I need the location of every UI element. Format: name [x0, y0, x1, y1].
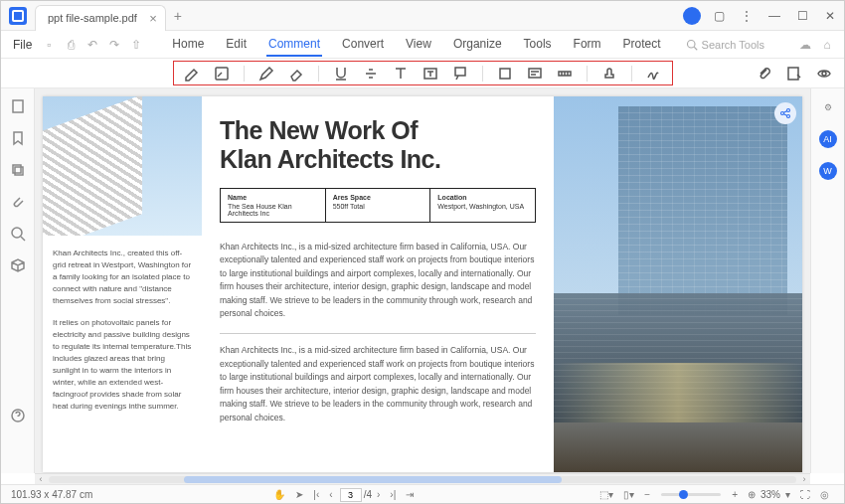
settings-icon[interactable]: ⚙: [819, 98, 837, 116]
pencil-icon[interactable]: [258, 66, 274, 82]
eraser-icon[interactable]: [288, 66, 304, 82]
area-highlight-icon[interactable]: [214, 66, 230, 82]
page-total: /4: [364, 489, 372, 500]
underline-icon[interactable]: [333, 66, 349, 82]
page-left-column: Khan Architects Inc., created this off-g…: [43, 96, 202, 472]
hide-annotations-icon[interactable]: [816, 66, 832, 82]
menu-protect[interactable]: Protect: [621, 33, 663, 57]
main-area: Khan Architects Inc., created this off-g…: [1, 88, 844, 473]
zoom-percent: 33%: [760, 489, 780, 500]
document-title: The New Work Of Klan Architects Inc.: [220, 116, 536, 174]
left-paragraph-1: Khan Architects Inc., created this off-g…: [53, 248, 192, 307]
window-maximize[interactable]: ☐: [788, 9, 816, 23]
zoom-slider[interactable]: [661, 493, 721, 496]
measure-icon[interactable]: [557, 66, 573, 82]
select-tool-icon[interactable]: ➤: [295, 489, 303, 500]
zoom-dropdown-icon[interactable]: ▾: [785, 489, 790, 500]
tab-title: ppt file-sample.pdf: [48, 12, 137, 24]
scroll-right-arrow[interactable]: ›: [798, 474, 810, 484]
zoom-fit-icon[interactable]: ⊕: [748, 489, 756, 500]
page-number-input[interactable]: [340, 488, 362, 502]
attachment-icon[interactable]: [757, 66, 772, 82]
main-menu: Home Edit Comment Convert View Organize …: [147, 33, 685, 57]
search-rail-icon[interactable]: [10, 226, 26, 242]
zoom-in-icon[interactable]: +: [732, 489, 738, 500]
search-tools[interactable]: Search Tools: [686, 39, 764, 51]
attachment-rail-icon[interactable]: [10, 194, 26, 210]
cloud-icon[interactable]: ☁: [794, 38, 816, 52]
redo-icon[interactable]: ↷: [103, 38, 125, 52]
print-icon[interactable]: ⎙: [60, 38, 82, 52]
menu-form[interactable]: Form: [572, 33, 603, 57]
scroll-thumb[interactable]: [184, 476, 562, 483]
next-page-icon[interactable]: ›: [377, 489, 380, 500]
hand-tool-icon[interactable]: ✋: [273, 489, 285, 500]
menu-comment[interactable]: Comment: [266, 33, 322, 57]
horizontal-scrollbar[interactable]: ‹ ›: [35, 473, 810, 484]
edit-note-icon[interactable]: [786, 66, 802, 82]
svg-point-12: [12, 228, 22, 238]
chat-icon[interactable]: ▢: [705, 9, 733, 23]
save-icon[interactable]: ▫: [38, 38, 60, 52]
note-icon[interactable]: [527, 66, 543, 82]
svg-point-8: [822, 72, 826, 76]
first-page-icon[interactable]: |‹: [313, 489, 319, 500]
svg-point-16: [787, 115, 790, 118]
left-paragraph-2: It relies on photovoltaic panels for ele…: [53, 317, 192, 413]
window-minimize[interactable]: —: [760, 9, 788, 23]
close-tab-icon[interactable]: ×: [149, 11, 157, 26]
box-rail-icon[interactable]: [10, 257, 26, 273]
annotation-tools-group: [173, 61, 673, 85]
svg-rect-9: [13, 100, 23, 112]
menu-file[interactable]: File: [7, 38, 38, 52]
bookmark-icon[interactable]: [10, 130, 26, 146]
hero-image-right: [554, 96, 802, 472]
home-icon[interactable]: ⌂: [816, 38, 838, 52]
jump-icon[interactable]: ⇥: [406, 489, 414, 500]
menu-convert[interactable]: Convert: [340, 33, 386, 57]
callout-icon[interactable]: [452, 66, 468, 82]
more-icon[interactable]: ⋮: [733, 9, 760, 23]
info-table: NameThe Sea House Klan Architects Inc Ar…: [220, 188, 536, 223]
signature-icon[interactable]: [646, 66, 662, 82]
scroll-left-arrow[interactable]: ‹: [35, 474, 47, 484]
help-icon[interactable]: [10, 408, 26, 423]
search-placeholder: Search Tools: [702, 39, 764, 51]
single-page-icon[interactable]: ▯▾: [623, 489, 634, 500]
page: Khan Architects Inc., created this off-g…: [43, 96, 802, 472]
highlight-icon[interactable]: [184, 66, 200, 82]
text-icon[interactable]: [393, 66, 409, 82]
menu-home[interactable]: Home: [170, 33, 206, 57]
new-tab-button[interactable]: +: [166, 8, 190, 24]
document-canvas[interactable]: Khan Architects Inc., created this off-g…: [35, 88, 810, 473]
user-avatar[interactable]: [683, 7, 701, 25]
share-button[interactable]: [774, 102, 796, 124]
layers-icon[interactable]: [10, 162, 26, 178]
menu-edit[interactable]: Edit: [224, 33, 249, 57]
prev-page-icon[interactable]: ‹: [329, 489, 332, 500]
menu-organize[interactable]: Organize: [451, 33, 504, 57]
svg-rect-4: [500, 69, 510, 79]
read-mode-icon[interactable]: ◎: [820, 489, 829, 500]
fullscreen-icon[interactable]: ⛶: [800, 489, 810, 500]
hero-image-left: [43, 96, 202, 236]
undo-icon[interactable]: ↶: [82, 38, 103, 52]
fit-page-icon[interactable]: ⬚▾: [599, 489, 613, 500]
shape-icon[interactable]: [497, 66, 513, 82]
menu-view[interactable]: View: [404, 33, 433, 57]
menu-tools[interactable]: Tools: [522, 33, 554, 57]
textbox-icon[interactable]: [422, 66, 438, 82]
word-badge-icon[interactable]: W: [819, 162, 837, 180]
svg-rect-5: [529, 69, 541, 78]
document-tab[interactable]: ppt file-sample.pdf ×: [35, 5, 166, 31]
zoom-out-icon[interactable]: −: [644, 489, 650, 500]
ai-badge-icon[interactable]: AI: [819, 130, 837, 148]
app-logo-icon: [9, 7, 27, 25]
page-thumbnails-icon[interactable]: [10, 98, 26, 114]
export-icon[interactable]: ⇧: [125, 38, 147, 52]
window-close[interactable]: ✕: [816, 9, 844, 23]
svg-point-15: [787, 109, 790, 112]
strikethrough-icon[interactable]: [363, 66, 379, 82]
stamp-icon[interactable]: [601, 66, 617, 82]
last-page-icon[interactable]: ›|: [390, 489, 396, 500]
